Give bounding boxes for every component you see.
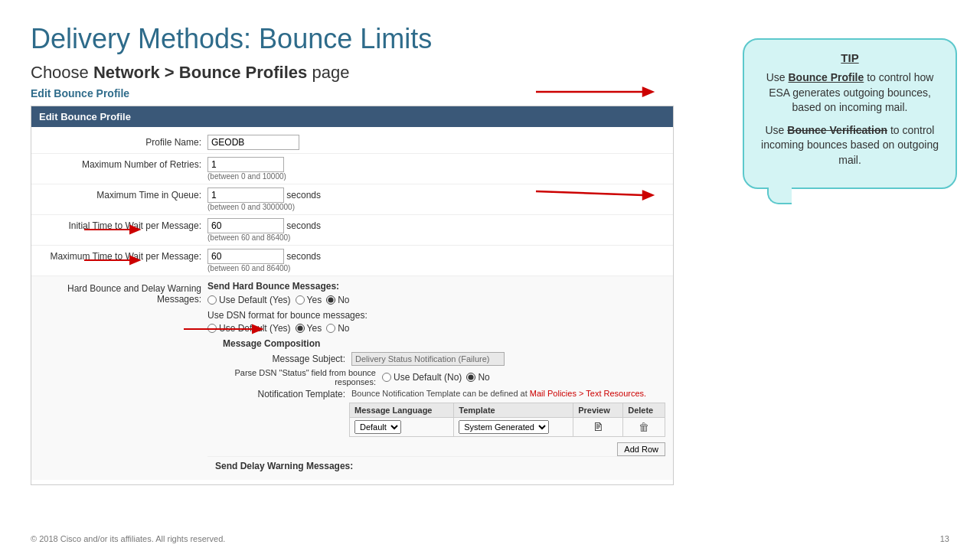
hard-bounce-default-label: Use Default (Yes) — [219, 295, 291, 305]
parse-dsn-default-label: Use Default (No) — [394, 372, 462, 383]
dsn-no-radio[interactable] — [326, 324, 335, 333]
dsn-no-option[interactable]: No — [326, 323, 349, 334]
preview-icon[interactable]: 🖹 — [593, 421, 603, 433]
dsn-yes-radio[interactable] — [296, 324, 305, 333]
hard-bounce-section-content: Send Hard Bounce Messages: Use Default (… — [207, 281, 665, 475]
initial-time-hint: (between 60 and 86400) — [207, 233, 665, 242]
max-retries-value: (between 0 and 10000) — [207, 157, 665, 181]
template-cell: System Generated — [454, 418, 573, 437]
delete-icon[interactable]: 🗑 — [639, 421, 649, 433]
profile-name-label: Profile Name: — [39, 135, 207, 148]
max-time-queue-hint: (between 0 and 3000000) — [207, 203, 665, 211]
hard-bounce-no-radio[interactable] — [326, 295, 335, 305]
max-time-message-hint: (between 60 and 86400) — [207, 264, 665, 272]
page-number: 13 — [940, 534, 949, 543]
profile-name-value — [207, 135, 665, 150]
max-time-queue-unit: seconds — [286, 190, 321, 201]
template-table: Message Language Template Preview Delete — [349, 403, 665, 437]
dsn-default-option[interactable]: Use Default (Yes) — [207, 323, 291, 334]
hard-bounce-section-label: Hard Bounce and Delay Warning Messages: — [39, 281, 207, 305]
hard-bounce-row: Hard Bounce and Delay Warning Messages: … — [31, 276, 673, 480]
send-delay-section: Send Delay Warning Messages: — [207, 456, 665, 475]
template-select[interactable]: System Generated — [459, 420, 549, 434]
initial-time-label: Initial Time to Wait per Message: — [39, 218, 207, 231]
subtitle-pre: Choose — [31, 63, 93, 82]
notification-template-row: Notification Template: Bounce Notificati… — [223, 389, 665, 399]
max-time-queue-label: Maximum Time in Queue: — [39, 187, 207, 201]
message-composition-section: Message Composition Message Subject: Par… — [223, 338, 665, 456]
add-row-button[interactable]: Add Row — [617, 442, 665, 456]
initial-time-value: seconds (between 60 and 86400) — [207, 218, 665, 242]
hard-bounce-no-option[interactable]: No — [326, 295, 349, 305]
notification-template-link[interactable]: Mail Policies > Text Resources. — [530, 389, 646, 398]
msg-subject-row: Message Subject: — [223, 352, 665, 366]
dsn-default-label: Use Default (Yes) — [219, 323, 291, 334]
parse-dsn-no-radio[interactable] — [466, 373, 475, 382]
profile-name-input[interactable] — [207, 135, 299, 150]
tip-paragraph2: Use Bounce Verification to control incom… — [760, 123, 940, 168]
send-hard-bounce-title: Send Hard Bounce Messages: — [207, 281, 665, 292]
initial-time-row: Initial Time to Wait per Message: second… — [31, 215, 673, 246]
dsn-no-label: No — [338, 323, 349, 334]
tip-label: TIP — [760, 51, 940, 64]
preview-cell[interactable]: 🖹 — [573, 418, 623, 437]
col-template: Template — [454, 403, 573, 418]
dsn-format-radios: Use Default (Yes) Yes No — [207, 323, 665, 334]
max-time-queue-input[interactable] — [207, 187, 284, 203]
hard-bounce-yes-option[interactable]: Yes — [296, 295, 322, 305]
initial-time-unit: seconds — [286, 220, 321, 231]
hard-bounce-no-label: No — [338, 295, 349, 305]
send-hard-bounce-radios: Use Default (Yes) Yes No — [207, 295, 665, 305]
send-delay-label: Send Delay Warning Messages: — [215, 461, 353, 471]
notification-template-label: Notification Template: — [223, 389, 345, 399]
msg-composition-title: Message Composition — [223, 338, 665, 349]
tip-bounce-verification: Bounce Verification — [787, 124, 887, 136]
tip-cloud: TIP Use Bounce Profile to control how ES… — [743, 38, 957, 189]
tip-paragraph1: Use Bounce Profile to control how ESA ge… — [760, 70, 940, 116]
msg-subject-input[interactable] — [351, 352, 505, 366]
max-time-message-value: seconds (between 60 and 86400) — [207, 249, 665, 272]
max-time-queue-value: seconds (between 0 and 3000000) — [207, 187, 665, 211]
delete-cell[interactable]: 🗑 — [623, 418, 665, 437]
dsn-format-label: Use DSN format for bounce messages: — [207, 310, 665, 321]
parse-dsn-no-option[interactable]: No — [466, 372, 489, 383]
dsn-default-radio[interactable] — [207, 324, 217, 333]
subtitle-post: page — [307, 63, 349, 82]
hard-bounce-yes-label: Yes — [307, 295, 322, 305]
max-time-queue-row: Maximum Time in Queue: seconds (between … — [31, 184, 673, 215]
parse-dsn-default-option[interactable]: Use Default (No) — [382, 372, 462, 383]
tip-p1-pre: Use — [766, 71, 789, 83]
parse-dsn-default-radio[interactable] — [382, 373, 391, 382]
tip-bounce-profile: Bounce Profile — [788, 71, 864, 83]
max-retries-label: Maximum Number of Retries: — [39, 157, 207, 170]
max-time-message-row: Maximum Time to Wait per Message: second… — [31, 246, 673, 276]
profile-name-row: Profile Name: — [31, 132, 673, 154]
notification-template-content: Bounce Notification Template can be defi… — [351, 389, 646, 398]
hard-bounce-default-option[interactable]: Use Default (Yes) — [207, 295, 291, 305]
dsn-yes-option[interactable]: Yes — [296, 323, 322, 334]
parse-dsn-row: Parse DSN "Status" field from bounce res… — [223, 368, 665, 386]
max-time-message-label: Maximum Time to Wait per Message: — [39, 249, 207, 262]
hard-bounce-yes-radio[interactable] — [296, 295, 305, 305]
max-retries-row: Maximum Number of Retries: (between 0 an… — [31, 154, 673, 184]
hard-bounce-default-radio[interactable] — [207, 295, 217, 305]
max-retries-input[interactable] — [207, 157, 284, 172]
dsn-yes-label: Yes — [307, 323, 322, 334]
form-body: Profile Name: Maximum Number of Retries:… — [31, 127, 673, 484]
lang-cell: Default — [350, 418, 454, 437]
language-select[interactable]: Default — [354, 420, 401, 434]
parse-dsn-radios: Use Default (No) No — [382, 372, 490, 383]
tip-p2-pre: Use — [766, 124, 788, 136]
table-row: Default System Generated — [350, 418, 665, 437]
msg-subject-label: Message Subject: — [223, 354, 345, 364]
subtitle-bold: Network > Bounce Profiles — [93, 63, 307, 82]
max-retries-hint: (between 0 and 10000) — [207, 172, 665, 181]
initial-time-input[interactable] — [207, 218, 284, 233]
slide: Delivery Methods: Bounce Limits Choose N… — [0, 0, 980, 551]
edit-bounce-profile-form: Edit Bounce Profile Profile Name: Maximu… — [31, 106, 674, 485]
col-delete: Delete — [623, 403, 665, 418]
template-table-section: Message Language Template Preview Delete — [349, 403, 665, 456]
parse-dsn-label: Parse DSN "Status" field from bounce res… — [223, 368, 376, 386]
footer-copyright: © 2018 Cisco and/or its affiliates. All … — [31, 534, 225, 543]
max-time-message-input[interactable] — [207, 249, 284, 264]
